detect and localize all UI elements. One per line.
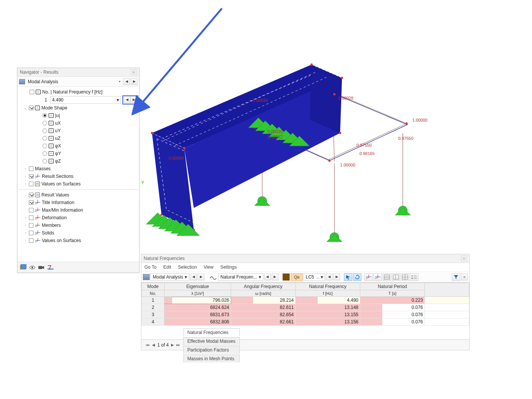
mode-shape-option[interactable]: ⌂uY [18, 127, 138, 135]
frequencies-table[interactable]: Mode Eigenvalue Angular Frequency Natura… [141, 283, 469, 326]
mode-shape-option[interactable]: ⌂|u| [18, 112, 138, 119]
result-next-button[interactable]: ▶ [272, 274, 279, 280]
mode-shape-radio[interactable] [43, 128, 47, 133]
analysis-next-button[interactable]: ▶ [198, 274, 204, 280]
camera-icon[interactable] [38, 264, 45, 271]
nat-freq-checkbox[interactable] [30, 90, 34, 94]
mode-shape-radio[interactable] [43, 136, 47, 141]
expand-icon[interactable]: › [24, 167, 27, 171]
list-icon[interactable] [410, 273, 418, 281]
tree-checkbox[interactable] [29, 231, 33, 235]
loadcase-prev-button[interactable]: ◀ [326, 274, 332, 280]
menu-go-to[interactable]: Go To [144, 264, 157, 270]
expand-icon[interactable]: › [24, 231, 27, 235]
analysis-prev-button[interactable]: ◀ [123, 78, 130, 85]
result-table-dropdown[interactable]: Natural Frequen... ▾ [218, 273, 263, 281]
wave-icon[interactable] [209, 273, 217, 281]
tree-mode-shape[interactable]: ⌄ ⌂ Mode Shape [18, 104, 138, 112]
color-swatch[interactable] [282, 273, 290, 281]
tree-checkbox[interactable] [29, 208, 33, 212]
col-angular[interactable]: Angular Frequency [231, 283, 296, 290]
pager-prev[interactable]: ◀ [152, 343, 155, 347]
gallery-icon[interactable] [20, 264, 27, 271]
loadcase-dropdown[interactable]: LC5 ... ▾ [304, 273, 325, 281]
tree-item[interactable]: ›Result Sections [18, 173, 138, 180]
pager-next[interactable]: ▶ [171, 343, 174, 347]
more-button[interactable]: » [461, 274, 468, 280]
eye-icon[interactable] [29, 264, 36, 271]
mode-shape-option[interactable]: ⌂uZ [18, 135, 138, 142]
table-row[interactable]: 36831.67382.65413.1550.076 [142, 311, 469, 318]
tree-checkbox[interactable] [29, 182, 33, 186]
table-icon-2[interactable] [392, 273, 400, 281]
model-viewport[interactable] [141, 0, 532, 255]
menu-selection[interactable]: Selection [178, 264, 197, 270]
mode-shape-option[interactable]: ⌂φX [18, 142, 138, 150]
collapse-icon[interactable]: ⌄ [24, 106, 27, 110]
close-icon[interactable]: × [461, 255, 467, 261]
tree-item[interactable]: ›Solids [18, 229, 138, 237]
select-arrow-icon[interactable] [344, 273, 352, 281]
table-icon-3[interactable] [401, 273, 409, 281]
qe-chip[interactable]: Qe [291, 273, 303, 281]
table-row[interactable]: 26824.62482.61113.1480.076 [142, 304, 469, 311]
navigator-tree[interactable]: ⌂ No. | Natural Frequency f [Hz] 1 4.490… [17, 87, 139, 262]
result-prev-button[interactable]: ◀ [264, 274, 271, 280]
menu-view[interactable]: View [204, 264, 214, 270]
section-icon[interactable] [364, 273, 373, 281]
tree-checkbox[interactable] [29, 193, 33, 197]
mode-shape-radio[interactable] [43, 159, 47, 163]
select-rotate-icon[interactable] [353, 273, 361, 281]
tree-item[interactable]: x.xResult Values [18, 191, 138, 199]
col-eigenvalue[interactable]: Eigenvalue [165, 283, 231, 290]
tree-item[interactable]: Max/Min Information [18, 206, 138, 214]
section-icon[interactable] [47, 264, 54, 271]
tree-item[interactable]: ›Masses [18, 165, 138, 173]
expand-icon[interactable]: › [24, 182, 27, 186]
table-icon[interactable] [383, 273, 391, 281]
expand-icon[interactable]: › [24, 174, 27, 178]
filter-icon[interactable] [452, 273, 460, 281]
mode-shape-checkbox[interactable] [29, 106, 33, 110]
mode-shape-option[interactable]: ⌂φZ [18, 157, 138, 165]
results-tab[interactable]: Participation Factors [183, 346, 240, 354]
col-mode[interactable]: Mode [142, 283, 165, 290]
nat-frequency-dropdown[interactable]: 4.490 ▾ [50, 96, 121, 104]
tree-item[interactable]: ›Deformation [18, 214, 138, 222]
tree-checkbox[interactable] [29, 238, 33, 243]
pager-last[interactable]: ⏭ [176, 343, 180, 347]
results-tab[interactable]: Natural Frequencies [183, 328, 240, 336]
analysis-type-dropdown[interactable]: Modal Analysis ▾ [26, 78, 122, 85]
tree-checkbox[interactable] [29, 174, 33, 179]
mode-next-button[interactable]: ▶ [130, 97, 137, 103]
section-icon-2[interactable] [374, 273, 382, 281]
mode-shape-radio[interactable] [43, 113, 47, 118]
menu-edit[interactable]: Edit [163, 264, 171, 270]
loadcase-next-button[interactable]: ▶ [333, 274, 340, 280]
col-period[interactable]: Natural Period [360, 283, 425, 290]
tree-checkbox[interactable] [29, 223, 33, 228]
tree-checkbox[interactable] [29, 200, 33, 205]
results-titlebar[interactable]: Natural Frequencies × [141, 254, 469, 263]
expand-icon[interactable]: › [24, 223, 27, 227]
results-tab[interactable]: Effective Modal Masses [183, 337, 240, 345]
panel-titlebar[interactable]: Navigator - Results × [17, 68, 139, 77]
col-natfreq[interactable]: Natural Frequency [296, 283, 360, 290]
table-row[interactable]: 1796.02628.2144.4900.223 [142, 297, 469, 304]
mode-shape-option[interactable]: ⌂φY [18, 150, 138, 157]
close-icon[interactable]: × [131, 69, 137, 75]
analysis-dropdown[interactable]: Modal Analysis ▾ [150, 273, 189, 281]
mode-shape-radio[interactable] [43, 151, 47, 156]
tree-item[interactable]: ›Members [18, 222, 138, 229]
menu-settings[interactable]: Settings [220, 264, 237, 270]
tree-item[interactable]: ›Values on Surfaces [18, 237, 138, 244]
tree-item[interactable]: Title Information [18, 199, 138, 206]
expand-icon[interactable]: › [24, 239, 27, 242]
pager-first[interactable]: ⏮ [146, 343, 150, 347]
tree-checkbox[interactable] [29, 166, 33, 171]
results-tab[interactable]: Masses in Mesh Points [183, 355, 240, 363]
mode-prev-button[interactable]: ◀ [124, 97, 130, 103]
tree-item[interactable]: ›xxValues on Surfaces [18, 180, 138, 188]
tree-checkbox[interactable] [29, 215, 33, 220]
table-row[interactable]: 46832.80682.66113.1560.076 [142, 318, 469, 326]
